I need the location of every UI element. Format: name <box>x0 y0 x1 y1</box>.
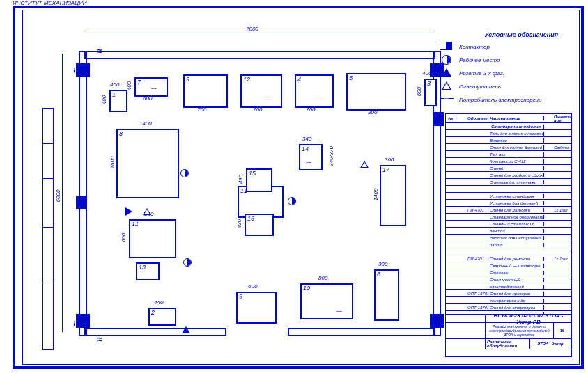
equipment-label: 16 <box>247 215 254 222</box>
left-margin-stamp <box>42 108 54 350</box>
equipment-label: 6 <box>377 271 380 278</box>
spec-row: Таль для снятия и навески <box>446 130 571 137</box>
spec-row: Сварочный — изоляторы <box>446 262 571 269</box>
plan-symbol-trih-icon <box>143 208 151 215</box>
spec-row: ПИ-4701Стенд для разборки1х 1шт <box>446 207 571 214</box>
equipment-label: 1 <box>112 91 116 98</box>
equipment-8 <box>116 129 179 198</box>
equipment-label: 11 <box>132 221 139 228</box>
specification-table: № Обозначение Наименование Примеча-ние С… <box>445 113 572 315</box>
scale-box: 15 <box>554 323 571 338</box>
legend-label: Потребитель электроэнергии <box>459 97 542 103</box>
equipment-label: 14 <box>302 145 309 152</box>
spec-row: электродеталей <box>446 283 571 290</box>
spec-row: ОПТ-13791АСтенд для стартеров <box>446 304 571 311</box>
legend-row: Контактор <box>440 42 558 51</box>
drawing-subtitle: Распоновка оборудования <box>486 339 530 349</box>
equipment-5 <box>346 73 406 111</box>
legend-row: Розетка 3-х фаз. <box>440 68 558 78</box>
spec-row: Верстак <box>446 137 571 144</box>
legend-symbol-trih-icon <box>440 81 454 91</box>
equipment-label: 9 <box>186 76 189 83</box>
legend-label: Огнетушитель <box>459 84 501 90</box>
spec-row: Установка для деталей <box>446 200 571 207</box>
equipment-17 <box>380 165 406 226</box>
equipment-label: 13 <box>139 264 146 271</box>
floor-plan: 7000 6000 ≈ ≈ ≈ ≈ <box>65 26 448 339</box>
spec-row: Стенды и стеллажи с <box>446 221 571 228</box>
spec-row: Верстак для инструмент. <box>446 235 571 241</box>
legend-symbol-circ-icon <box>440 55 454 65</box>
spec-row: Стеллаж дл. стеллажи <box>446 179 571 186</box>
equipment-label: 3 <box>427 80 431 87</box>
border-inner: 7000 6000 ≈ ≈ ≈ ≈ <box>22 10 580 365</box>
spec-row <box>446 248 571 255</box>
equipment-label: 2 <box>151 309 155 316</box>
spec-row: работ <box>446 241 571 248</box>
project-code: ЗТОА - Уктр <box>530 339 571 349</box>
plan-symbol-trih-icon <box>360 161 369 168</box>
equipment-label: 17 <box>382 166 389 173</box>
legend-symbol-wire-icon: ⁓ <box>440 95 454 104</box>
equipment-label: 15 <box>249 170 256 177</box>
spec-row: Тел. вкл. <box>446 151 571 158</box>
power-consumer-icon: ⁓ <box>317 97 323 103</box>
spec-row: Установка стендовая <box>446 193 571 200</box>
equipment-label: 7 <box>137 79 141 86</box>
plan-symbol-circ-icon <box>288 197 296 205</box>
spec-row: Стеллаж <box>446 269 571 276</box>
equipment-label: 9 <box>239 293 242 300</box>
spec-row: ОПТ-13791АСтенд для проверки <box>446 290 571 297</box>
equipment-label: 12 <box>243 76 250 83</box>
drawing-title: Разработка проекта и ремонта электрообор… <box>486 323 554 338</box>
spec-row: генераторов и др <box>446 297 571 304</box>
equipment-label: 10 <box>303 285 310 292</box>
legend-symbol-split-icon <box>440 42 454 51</box>
spec-row: Компрессор С-412 <box>446 158 571 165</box>
equipment-label: 5 <box>349 74 353 81</box>
spec-row: ПИ-4701Стенд для ремонта1х 1шт <box>446 255 571 262</box>
plan-symbol-circ-icon <box>183 258 192 267</box>
legend: Условные обозначения КонтакторРабочее ме… <box>440 31 558 108</box>
legend-row: Рабочее место <box>440 55 558 65</box>
power-consumer-icon: ⁓ <box>151 86 157 92</box>
spec-header-row: № Обозначение Наименование Примеча-ние <box>446 114 571 123</box>
spec-row: Стол для контр. деталейСобств. <box>446 144 571 151</box>
spec-row: Стандартные изделия <box>446 123 571 130</box>
spec-row: Стандартное оборудование <box>446 214 571 221</box>
legend-label: Розетка 3-х фаз. <box>459 70 504 77</box>
power-consumer-icon: ⁓ <box>306 159 311 166</box>
spec-row: Стенд <box>446 165 571 172</box>
power-consumer-icon: ⁓ <box>265 97 271 103</box>
plan-symbol-tri-icon <box>182 326 190 333</box>
legend-label: Контактор <box>459 44 490 50</box>
plan-symbol-circ-icon <box>180 169 189 177</box>
spec-row <box>446 186 571 193</box>
equipment-label: 8 <box>119 130 123 137</box>
doc-number: НГТК 0.23.02.01 02 ЗТОА - Уктр РВ <box>486 315 571 322</box>
legend-label: Рабочее место <box>459 57 500 63</box>
legend-symbol-tri-icon <box>440 68 454 78</box>
equipment-label: 4 <box>297 76 301 83</box>
legend-row: Огнетушитель <box>440 81 558 91</box>
title-block: НГТК 0.23.02.01 02 ЗТОА - Уктр РВ Разраб… <box>445 314 572 357</box>
spec-row: Стол местный <box>446 276 571 283</box>
spec-row: Стенд для разбор. и сборк. <box>446 172 571 179</box>
overall-width-dim: 7000 <box>246 26 258 32</box>
overall-height-dim: 6000 <box>55 190 61 203</box>
plan-symbol-tri-icon <box>125 207 132 216</box>
legend-row: ⁓Потребитель электроэнергии <box>440 95 558 104</box>
spec-row: лентой <box>446 228 571 235</box>
drawing-sheet: ИНСТИТУТ МЕХАНИЗАЦИИ 7000 6000 <box>0 0 588 373</box>
legend-title: Условные обозначения <box>440 31 558 38</box>
power-consumer-icon: ⁓ <box>336 308 342 315</box>
equipment-9a <box>183 74 228 108</box>
border-outer: 7000 6000 ≈ ≈ ≈ ≈ <box>13 6 584 369</box>
